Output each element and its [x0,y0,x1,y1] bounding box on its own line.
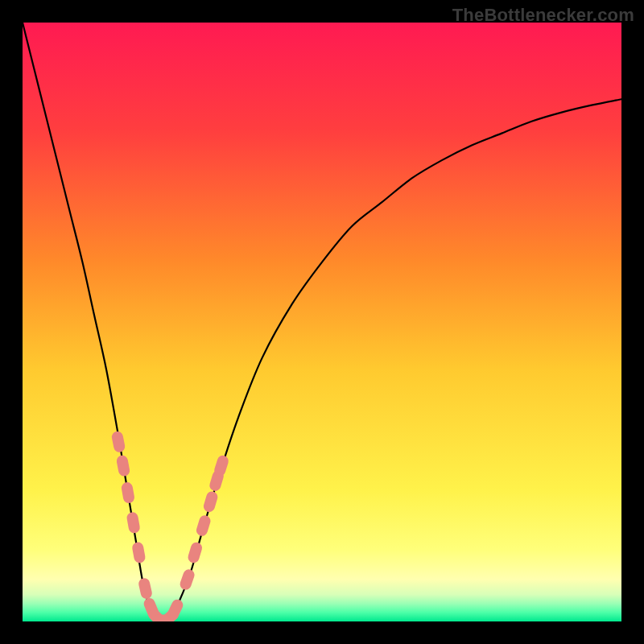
curve-marker [111,431,126,453]
chart-frame: TheBottlenecker.com [0,0,644,644]
curve-marker [187,541,204,564]
curve-marker [138,577,153,600]
curve-marker [126,511,140,534]
curve-marker [121,481,135,504]
curve-marker [116,454,131,477]
curve-layer [23,23,621,621]
curve-marker [202,490,219,514]
curve-marker [131,541,146,564]
watermark-text: TheBottlenecker.com [452,5,634,26]
bottleneck-curve [23,23,621,621]
curve-marker [195,514,212,537]
curve-markers [111,431,230,621]
curve-marker [179,568,196,591]
plot-area [23,23,621,621]
